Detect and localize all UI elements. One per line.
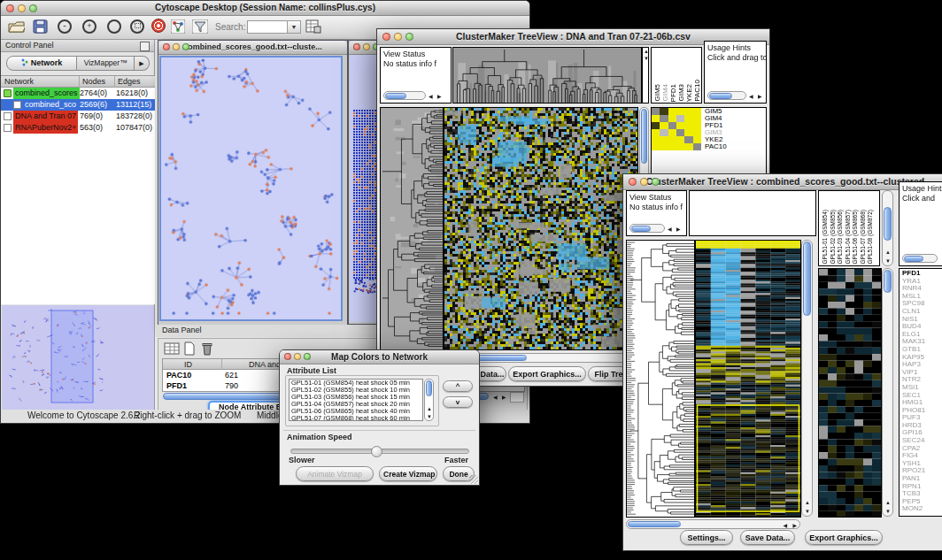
- export-graphics-button[interactable]: Export Graphics...: [805, 530, 883, 545]
- close-button[interactable]: [382, 33, 390, 41]
- hscroll-left-icon[interactable]: ◀: [783, 522, 787, 528]
- array-label[interactable]: GIM5: [653, 84, 661, 102]
- array-label[interactable]: GPL51-01 (GSM854): [821, 210, 829, 264]
- network-tree-row[interactable]: combined_scores2764(0)16218(0): [1, 88, 155, 99]
- array-label[interactable]: GPL51-04 (GSM857): [844, 210, 852, 264]
- data-grid-icon[interactable]: [164, 341, 180, 356]
- minimize-button[interactable]: [363, 43, 370, 50]
- dialog-titlebar[interactable]: Map Colors to Network: [280, 350, 479, 364]
- gene-label[interactable]: PAC10: [705, 143, 727, 150]
- gene-dendrogram-canvas[interactable]: [380, 107, 444, 350]
- hscroll-right-icon[interactable]: ▶: [437, 93, 442, 99]
- float-panel-icon[interactable]: [140, 42, 150, 51]
- array-label[interactable]: GPL51-07 (GSM868): [859, 210, 867, 264]
- hscroll-left-icon[interactable]: ◀: [429, 93, 433, 99]
- hscroll-right-icon[interactable]: ▶: [502, 394, 506, 400]
- minimize-button[interactable]: [173, 43, 180, 50]
- zoom-out-icon[interactable]: -: [58, 19, 72, 34]
- network-tree-row[interactable]: DNA and Tran 07769(0)183728(0): [1, 111, 155, 122]
- usage-hints-hscrollbar[interactable]: [707, 91, 746, 100]
- array-labels-vscrollbar[interactable]: ▲ ▼: [882, 190, 893, 266]
- network-tree-row[interactable]: RNAPuberNov2+563(0)107847(0): [1, 122, 155, 134]
- save-data-button[interactable]: Save Data...: [740, 530, 795, 545]
- hscroll-right-icon[interactable]: ▶: [792, 522, 797, 528]
- hscroll-left-icon[interactable]: ◀: [493, 394, 498, 400]
- move-up-button[interactable]: ^: [443, 380, 473, 392]
- trash-icon[interactable]: [201, 341, 213, 356]
- close-button[interactable]: [629, 178, 637, 186]
- settings-button[interactable]: Settings...: [680, 530, 733, 545]
- zoom-fit-icon[interactable]: [107, 19, 121, 34]
- vscroll-down-icon[interactable]: ▼: [885, 258, 891, 264]
- move-down-button[interactable]: v: [443, 396, 473, 408]
- network-view-canvas[interactable]: [159, 56, 343, 321]
- zoom-button[interactable]: [405, 33, 413, 41]
- create-vizmap-button[interactable]: Create Vizmap: [379, 466, 437, 481]
- array-label[interactable]: PFD1: [669, 84, 677, 102]
- animate-vizmap-button[interactable]: Animate Vizmap: [296, 466, 374, 481]
- slider-thumb[interactable]: [371, 446, 382, 457]
- array-label[interactable]: GPL51-03 (GSM856): [836, 210, 844, 264]
- close-button[interactable]: [284, 353, 291, 360]
- gene-label[interactable]: MON2: [902, 505, 942, 513]
- column-dendrogram-canvas[interactable]: [452, 47, 642, 104]
- attribute-listbox[interactable]: GPL51-01 (GSM854) heat shock 05 minGPL51…: [289, 379, 423, 421]
- open-file-icon[interactable]: [8, 19, 25, 34]
- attribute-list-item[interactable]: GPL51-07 (GSM868) heat shock 60 min: [291, 415, 422, 421]
- zoom-button[interactable]: [29, 4, 37, 12]
- strip-up-icon[interactable]: ▲: [644, 49, 649, 54]
- minimize-button[interactable]: [294, 353, 301, 360]
- vscroll-down-icon[interactable]: ▼: [885, 509, 891, 514]
- minimize-button[interactable]: [394, 33, 402, 41]
- animation-speed-slider[interactable]: [290, 449, 469, 454]
- strip-down-icon[interactable]: ▼: [644, 56, 649, 61]
- zoom-vscrollbar[interactable]: ▲ ▼: [882, 268, 893, 517]
- tab-vizmapper[interactable]: VizMapper™: [77, 56, 135, 71]
- attribute-list-vscrollbar[interactable]: ▲ ▼: [424, 379, 434, 421]
- minimize-button[interactable]: [640, 178, 648, 186]
- zoom-heatmap[interactable]: [652, 108, 701, 150]
- vscroll-down-icon[interactable]: ▼: [805, 509, 810, 514]
- zoom-button[interactable]: [182, 43, 189, 50]
- close-button[interactable]: [6, 4, 14, 12]
- global-heatmap-canvas[interactable]: [695, 240, 801, 518]
- search-input[interactable]: [247, 20, 288, 34]
- minimize-button[interactable]: [18, 4, 26, 12]
- export-graphics-button[interactable]: Export Graphics...: [508, 366, 586, 381]
- usage-hints-hscrollbar[interactable]: [902, 254, 938, 263]
- array-label[interactable]: PAC10: [693, 80, 701, 102]
- main-hscrollbar[interactable]: ◀ ▶: [626, 519, 800, 529]
- attribute-table-icon[interactable]: [305, 19, 321, 34]
- hscroll-left-icon[interactable]: ◀: [668, 226, 672, 232]
- close-button[interactable]: [163, 43, 170, 50]
- heatmap-vscrollbar[interactable]: ▲ ▼: [801, 240, 813, 517]
- filter-funnel-icon[interactable]: [192, 19, 208, 34]
- hscroll-right-icon[interactable]: ▶: [676, 226, 681, 232]
- view-status-hscrollbar[interactable]: [629, 224, 665, 233]
- tab-network[interactable]: Network: [6, 56, 77, 71]
- hscroll-right-icon[interactable]: ▶: [758, 93, 762, 99]
- vscroll-up-icon[interactable]: ▲: [805, 500, 810, 505]
- zoom-button[interactable]: [652, 178, 660, 186]
- gene-dendrogram-canvas[interactable]: [626, 240, 695, 518]
- view-status-hscrollbar[interactable]: [383, 91, 426, 100]
- array-label[interactable]: GPL51-08 (GSM872): [866, 210, 874, 264]
- search-dropdown[interactable]: ▼: [287, 20, 301, 34]
- new-document-icon[interactable]: [183, 341, 196, 356]
- hscroll-left-icon[interactable]: ◀: [749, 93, 753, 99]
- array-label[interactable]: GIM3: [677, 84, 685, 102]
- save-icon[interactable]: [33, 19, 48, 34]
- vscroll-up-icon[interactable]: ▲: [885, 500, 891, 505]
- help-lifering-icon[interactable]: [151, 19, 166, 33]
- birdseye-overview-canvas[interactable]: [2, 305, 154, 410]
- col-nodes[interactable]: Nodes: [79, 76, 116, 88]
- array-label[interactable]: YKE2: [685, 84, 693, 102]
- zoom-in-icon[interactable]: +: [82, 19, 97, 34]
- resize-grip[interactable]: [469, 475, 478, 484]
- cytoscape-titlebar[interactable]: Cytoscape Desktop (Session Name: collins…: [1, 1, 529, 16]
- array-label[interactable]: GIM4: [661, 84, 669, 102]
- vscroll-down-icon[interactable]: ▼: [427, 414, 432, 419]
- network-view-titlebar[interactable]: combined_scores_good.txt--cluste...: [158, 41, 347, 55]
- vscroll-up-icon[interactable]: ▲: [427, 406, 432, 411]
- vscroll-up-icon[interactable]: ▲: [885, 249, 891, 255]
